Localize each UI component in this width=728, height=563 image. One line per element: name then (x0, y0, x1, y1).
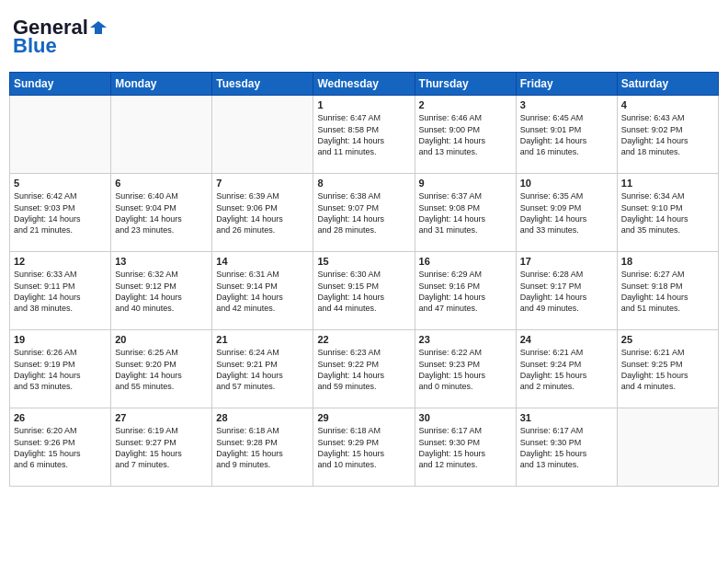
page-header: General Blue (9, 9, 719, 64)
calendar-cell (111, 96, 212, 174)
calendar-cell: 18Sunrise: 6:27 AMSunset: 9:18 PMDayligh… (617, 252, 718, 330)
calendar-row-2: 12Sunrise: 6:33 AMSunset: 9:11 PMDayligh… (10, 252, 719, 330)
calendar-cell (10, 96, 111, 174)
cell-daylight-info: Sunrise: 6:21 AMSunset: 9:24 PMDaylight:… (520, 347, 613, 392)
calendar-dow-wednesday: Wednesday (313, 73, 415, 96)
calendar-cell: 16Sunrise: 6:29 AMSunset: 9:16 PMDayligh… (415, 252, 516, 330)
calendar-cell (617, 408, 718, 487)
calendar-cell: 9Sunrise: 6:37 AMSunset: 9:08 PMDaylight… (415, 174, 516, 252)
calendar-cell: 26Sunrise: 6:20 AMSunset: 9:26 PMDayligh… (10, 408, 111, 487)
cell-daylight-info: Sunrise: 6:26 AMSunset: 9:19 PMDaylight:… (14, 347, 107, 392)
cell-daylight-info: Sunrise: 6:40 AMSunset: 9:04 PMDaylight:… (115, 190, 208, 236)
calendar-cell: 17Sunrise: 6:28 AMSunset: 9:17 PMDayligh… (516, 252, 617, 330)
day-number: 29 (317, 412, 410, 423)
day-number: 21 (216, 334, 309, 345)
day-number: 31 (520, 412, 613, 423)
calendar-cell: 4Sunrise: 6:43 AMSunset: 9:02 PMDaylight… (617, 96, 718, 174)
cell-daylight-info: Sunrise: 6:17 AMSunset: 9:30 PMDaylight:… (520, 425, 613, 470)
cell-daylight-info: Sunrise: 6:22 AMSunset: 9:23 PMDaylight:… (419, 347, 512, 392)
calendar-cell: 31Sunrise: 6:17 AMSunset: 9:30 PMDayligh… (516, 408, 617, 487)
calendar-cell: 28Sunrise: 6:18 AMSunset: 9:28 PMDayligh… (212, 408, 313, 487)
calendar-cell: 27Sunrise: 6:19 AMSunset: 9:27 PMDayligh… (111, 408, 212, 487)
cell-daylight-info: Sunrise: 6:28 AMSunset: 9:17 PMDaylight:… (520, 269, 613, 314)
calendar-row-0: 1Sunrise: 6:47 AMSunset: 8:58 PMDaylight… (10, 96, 719, 174)
calendar-dow-tuesday: Tuesday (212, 73, 313, 96)
cell-daylight-info: Sunrise: 6:18 AMSunset: 9:28 PMDaylight:… (216, 425, 309, 470)
cell-daylight-info: Sunrise: 6:43 AMSunset: 9:02 PMDaylight:… (621, 112, 714, 157)
day-number: 14 (216, 256, 309, 267)
cell-daylight-info: Sunrise: 6:21 AMSunset: 9:25 PMDaylight:… (621, 347, 714, 392)
calendar-cell: 30Sunrise: 6:17 AMSunset: 9:30 PMDayligh… (415, 408, 516, 487)
calendar-header-row: SundayMondayTuesdayWednesdayThursdayFrid… (10, 73, 719, 96)
calendar-cell: 12Sunrise: 6:33 AMSunset: 9:11 PMDayligh… (10, 252, 111, 330)
calendar-cell: 11Sunrise: 6:34 AMSunset: 9:10 PMDayligh… (617, 174, 718, 252)
calendar-row-4: 26Sunrise: 6:20 AMSunset: 9:26 PMDayligh… (10, 408, 719, 487)
calendar-cell: 10Sunrise: 6:35 AMSunset: 9:09 PMDayligh… (516, 174, 617, 252)
calendar-cell (212, 96, 313, 174)
day-number: 1 (317, 99, 410, 110)
logo-bird-icon (90, 19, 107, 36)
cell-daylight-info: Sunrise: 6:30 AMSunset: 9:15 PMDaylight:… (317, 269, 410, 314)
calendar-cell: 20Sunrise: 6:25 AMSunset: 9:20 PMDayligh… (111, 330, 212, 408)
calendar-cell: 6Sunrise: 6:40 AMSunset: 9:04 PMDaylight… (111, 174, 212, 252)
cell-daylight-info: Sunrise: 6:38 AMSunset: 9:07 PMDaylight:… (317, 190, 410, 236)
cell-daylight-info: Sunrise: 6:39 AMSunset: 9:06 PMDaylight:… (216, 190, 309, 236)
cell-daylight-info: Sunrise: 6:31 AMSunset: 9:14 PMDaylight:… (216, 269, 309, 314)
calendar-row-3: 19Sunrise: 6:26 AMSunset: 9:19 PMDayligh… (10, 330, 719, 408)
cell-daylight-info: Sunrise: 6:23 AMSunset: 9:22 PMDaylight:… (317, 347, 410, 392)
calendar-dow-sunday: Sunday (10, 73, 111, 96)
calendar-cell: 25Sunrise: 6:21 AMSunset: 9:25 PMDayligh… (617, 330, 718, 408)
calendar-cell: 3Sunrise: 6:45 AMSunset: 9:01 PMDaylight… (516, 96, 617, 174)
calendar-cell: 7Sunrise: 6:39 AMSunset: 9:06 PMDaylight… (212, 174, 313, 252)
day-number: 6 (115, 178, 208, 189)
cell-daylight-info: Sunrise: 6:37 AMSunset: 9:08 PMDaylight:… (419, 190, 512, 236)
cell-daylight-info: Sunrise: 6:25 AMSunset: 9:20 PMDaylight:… (115, 347, 208, 392)
logo: General Blue (13, 17, 107, 57)
day-number: 13 (115, 256, 208, 267)
day-number: 15 (317, 256, 410, 267)
calendar-cell: 13Sunrise: 6:32 AMSunset: 9:12 PMDayligh… (111, 252, 212, 330)
day-number: 20 (115, 334, 208, 345)
svg-marker-0 (90, 21, 107, 34)
calendar-dow-saturday: Saturday (617, 73, 718, 96)
day-number: 28 (216, 412, 309, 423)
day-number: 23 (419, 334, 512, 345)
day-number: 16 (419, 256, 512, 267)
day-number: 8 (317, 178, 410, 189)
day-number: 19 (14, 334, 107, 345)
day-number: 4 (621, 99, 714, 110)
day-number: 24 (520, 334, 613, 345)
calendar-cell: 2Sunrise: 6:46 AMSunset: 9:00 PMDaylight… (415, 96, 516, 174)
calendar-cell: 24Sunrise: 6:21 AMSunset: 9:24 PMDayligh… (516, 330, 617, 408)
cell-daylight-info: Sunrise: 6:27 AMSunset: 9:18 PMDaylight:… (621, 269, 714, 314)
day-number: 11 (621, 178, 714, 189)
calendar-cell: 15Sunrise: 6:30 AMSunset: 9:15 PMDayligh… (313, 252, 415, 330)
cell-daylight-info: Sunrise: 6:18 AMSunset: 9:29 PMDaylight:… (317, 425, 410, 470)
day-number: 2 (419, 99, 512, 110)
calendar-cell: 8Sunrise: 6:38 AMSunset: 9:07 PMDaylight… (313, 174, 415, 252)
cell-daylight-info: Sunrise: 6:33 AMSunset: 9:11 PMDaylight:… (14, 269, 107, 314)
day-number: 12 (14, 256, 107, 267)
cell-daylight-info: Sunrise: 6:19 AMSunset: 9:27 PMDaylight:… (115, 425, 208, 470)
day-number: 9 (419, 178, 512, 189)
day-number: 3 (520, 99, 613, 110)
day-number: 7 (216, 178, 309, 189)
calendar-row-1: 5Sunrise: 6:42 AMSunset: 9:03 PMDaylight… (10, 174, 719, 252)
calendar-table: SundayMondayTuesdayWednesdayThursdayFrid… (9, 72, 719, 487)
day-number: 27 (115, 412, 208, 423)
day-number: 30 (419, 412, 512, 423)
cell-daylight-info: Sunrise: 6:35 AMSunset: 9:09 PMDaylight:… (520, 190, 613, 236)
day-number: 5 (14, 178, 107, 189)
day-number: 25 (621, 334, 714, 345)
cell-daylight-info: Sunrise: 6:32 AMSunset: 9:12 PMDaylight:… (115, 269, 208, 314)
logo-text-blue: Blue (13, 35, 107, 57)
cell-daylight-info: Sunrise: 6:17 AMSunset: 9:30 PMDaylight:… (419, 425, 512, 470)
calendar-cell: 21Sunrise: 6:24 AMSunset: 9:21 PMDayligh… (212, 330, 313, 408)
cell-daylight-info: Sunrise: 6:24 AMSunset: 9:21 PMDaylight:… (216, 347, 309, 392)
cell-daylight-info: Sunrise: 6:46 AMSunset: 9:00 PMDaylight:… (419, 112, 512, 157)
calendar-cell: 19Sunrise: 6:26 AMSunset: 9:19 PMDayligh… (10, 330, 111, 408)
calendar-cell: 22Sunrise: 6:23 AMSunset: 9:22 PMDayligh… (313, 330, 415, 408)
day-number: 10 (520, 178, 613, 189)
day-number: 22 (317, 334, 410, 345)
day-number: 17 (520, 256, 613, 267)
